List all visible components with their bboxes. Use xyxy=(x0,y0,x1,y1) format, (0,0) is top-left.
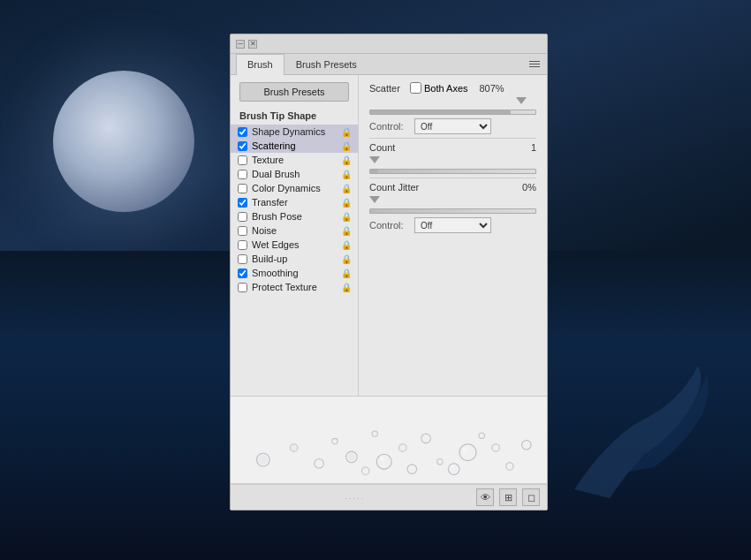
lock-icon-wet-edges: 🔒 xyxy=(342,239,351,250)
brush-panel: ─ ✕ Brush Brush Presets Brush Presets Br… xyxy=(230,34,548,511)
count-slider-thumb[interactable] xyxy=(369,156,380,163)
checkbox-dual-brush[interactable] xyxy=(238,170,247,179)
brush-item-smoothing[interactable]: Smoothing 🔒 xyxy=(231,266,358,280)
svg-point-20 xyxy=(407,465,417,474)
scatter-control-select[interactable]: Off Fade Pen Pressure Pen Tilt xyxy=(414,118,491,134)
svg-point-9 xyxy=(376,454,391,469)
checkbox-texture[interactable] xyxy=(238,155,247,165)
bottom-toolbar: · · · · · 👁 ⊞ ◻ xyxy=(231,484,547,510)
svg-point-10 xyxy=(381,457,384,460)
count-jitter-slider-thumb[interactable] xyxy=(369,196,380,203)
svg-point-4 xyxy=(315,459,324,469)
brush-item-texture[interactable]: Texture 🔒 xyxy=(231,153,358,167)
brush-item-brush-pose[interactable]: Brush Pose 🔒 xyxy=(231,209,358,223)
grid-icon: ⊞ xyxy=(504,492,512,503)
scatter-row: Scatter Both Axes 807% xyxy=(369,82,536,94)
svg-point-13 xyxy=(437,459,443,465)
checkbox-protect-texture[interactable] xyxy=(238,283,247,292)
svg-point-22 xyxy=(451,465,453,467)
checkbox-build-up[interactable] xyxy=(238,254,247,264)
checkbox-transfer[interactable] xyxy=(238,198,247,208)
minimize-button[interactable]: ─ xyxy=(236,40,245,49)
svg-point-15 xyxy=(463,447,467,451)
both-axes-label: Both Axes xyxy=(424,83,468,94)
grid-button[interactable]: ⊞ xyxy=(499,488,517,506)
svg-point-5 xyxy=(332,438,338,443)
lock-icon-transfer: 🔒 xyxy=(342,197,351,208)
page-button[interactable]: ◻ xyxy=(522,488,540,506)
svg-point-1 xyxy=(259,455,269,465)
lock-icon-texture: 🔒 xyxy=(342,155,351,165)
scatter-slider-track[interactable] xyxy=(369,110,536,115)
preview-svg xyxy=(231,397,547,484)
lock-icon-brush-pose: 🔒 xyxy=(342,211,351,222)
checkbox-scattering[interactable] xyxy=(238,141,247,151)
brush-item-build-up[interactable]: Build-up 🔒 xyxy=(231,252,358,266)
scatter-label: Scatter xyxy=(369,83,405,94)
panel-titlebar: ─ ✕ xyxy=(231,34,547,54)
divider-2 xyxy=(369,178,536,178)
label-smoothing: Smoothing xyxy=(252,268,340,278)
panel-menu-icon[interactable] xyxy=(527,57,542,72)
count-jitter-control-select[interactable]: Off Fade Pen Pressure Pen Tilt xyxy=(414,217,491,233)
lock-icon-noise: 🔒 xyxy=(342,225,351,236)
eye-icon: 👁 xyxy=(481,492,490,503)
brush-item-noise[interactable]: Noise 🔒 xyxy=(231,223,358,238)
count-jitter-value: 0% xyxy=(522,182,536,193)
lock-icon-protect-texture: 🔒 xyxy=(342,282,351,292)
eye-button[interactable]: 👁 xyxy=(476,488,494,506)
count-jitter-slider-container xyxy=(369,196,536,214)
label-brush-pose: Brush Pose xyxy=(252,211,340,222)
brush-item-dual-brush[interactable]: Dual Brush 🔒 xyxy=(231,167,358,181)
checkbox-brush-pose[interactable] xyxy=(238,212,247,222)
label-noise: Noise xyxy=(252,225,340,236)
brush-preview xyxy=(231,396,547,484)
count-jitter-slider-track[interactable] xyxy=(369,208,536,214)
svg-point-14 xyxy=(459,444,476,461)
checkbox-color-dynamics[interactable] xyxy=(238,184,247,193)
count-jitter-control-row: Control: Off Fade Pen Pressure Pen Tilt xyxy=(369,217,536,233)
brush-item-transfer[interactable]: Transfer 🔒 xyxy=(231,195,358,209)
svg-point-23 xyxy=(361,467,368,474)
checkbox-smoothing[interactable] xyxy=(238,269,247,278)
brush-item-wet-edges[interactable]: Wet Edges 🔒 xyxy=(231,238,358,252)
svg-point-11 xyxy=(399,444,406,451)
svg-point-16 xyxy=(479,433,484,438)
tab-brush-presets[interactable]: Brush Presets xyxy=(284,54,368,74)
label-build-up: Build-up xyxy=(252,254,340,264)
both-axes-checkbox[interactable] xyxy=(410,82,421,94)
svg-point-12 xyxy=(421,434,431,443)
brush-item-color-dynamics[interactable]: Color Dynamics 🔒 xyxy=(231,181,358,195)
lock-icon-scattering: 🔒 xyxy=(342,140,351,151)
brush-item-scattering[interactable]: Scattering 🔒 xyxy=(231,139,358,153)
checkbox-noise[interactable] xyxy=(238,226,247,236)
lock-icon-color-dynamics: 🔒 xyxy=(342,183,351,193)
label-shape-dynamics: Shape Dynamics xyxy=(252,126,340,137)
label-texture: Texture xyxy=(252,155,340,165)
panel-tabs: Brush Brush Presets xyxy=(231,54,547,75)
scroll-indicator: · · · · · xyxy=(345,495,363,503)
label-dual-brush: Dual Brush xyxy=(252,169,340,179)
page-icon: ◻ xyxy=(527,492,535,503)
label-wet-edges: Wet Edges xyxy=(252,239,340,250)
label-protect-texture: Protect Texture xyxy=(252,282,340,292)
svg-point-3 xyxy=(291,445,296,450)
scatter-slider-thumb[interactable] xyxy=(516,97,527,104)
count-slider-track[interactable] xyxy=(369,169,536,174)
brush-item-protect-texture[interactable]: Protect Texture 🔒 xyxy=(231,280,358,294)
tab-brush[interactable]: Brush xyxy=(236,54,284,75)
checkbox-wet-edges[interactable] xyxy=(238,240,247,250)
label-transfer: Transfer xyxy=(252,197,340,208)
brush-presets-button[interactable]: Brush Presets xyxy=(239,82,349,102)
count-value: 1 xyxy=(531,142,536,153)
svg-point-18 xyxy=(506,463,513,470)
count-label: Count xyxy=(369,142,395,153)
label-scattering: Scattering xyxy=(252,140,340,151)
svg-point-19 xyxy=(522,440,532,450)
close-button[interactable]: ✕ xyxy=(248,40,257,49)
scatter-slider-container xyxy=(369,97,536,115)
checkbox-shape-dynamics[interactable] xyxy=(238,127,247,137)
scatter-value: 807% xyxy=(474,83,504,94)
brush-item-shape-dynamics[interactable]: Shape Dynamics 🔒 xyxy=(231,125,358,139)
count-row: Count 1 xyxy=(369,142,536,153)
